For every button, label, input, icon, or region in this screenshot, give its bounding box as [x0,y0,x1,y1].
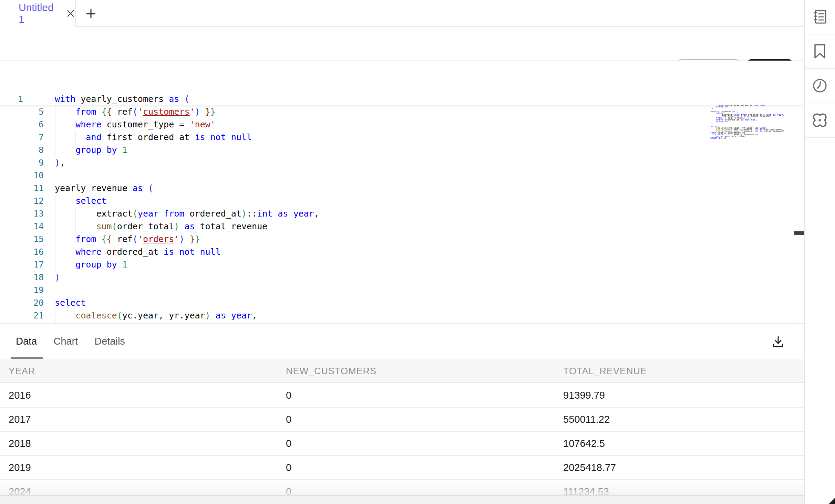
code-line[interactable]: 11yearly_revenue as ( [0,182,804,195]
code-text: select [55,296,86,309]
sidebar-item-notebook[interactable] [805,0,835,34]
tab-title: Untitled 1 [19,2,60,25]
line-number: 19 [0,284,44,296]
window-resize-grip[interactable] [829,498,835,504]
line-number: 11 [0,182,44,195]
code-line[interactable]: 18) [0,271,804,284]
line-number: 10 [0,169,44,182]
code-text: ), [55,156,65,169]
line-number: 14 [0,220,44,233]
column-header[interactable]: TOTAL_REVENUE [563,360,647,382]
line-number: 17 [0,258,44,271]
toolbar: Develop Run [0,27,804,61]
bookmark-icon [813,43,827,59]
code-line[interactable]: 12 select [0,195,804,207]
code-line[interactable]: 13 extract(year from ordered_at)::int as… [0,207,804,220]
indent-guide [55,309,55,324]
tab-untitled-1[interactable]: Untitled 1 [0,0,76,27]
minimap-line: order by 1; [710,137,790,139]
code-line[interactable]: 7 and first_ordered_at is not null [0,131,804,144]
line-number: 15 [0,233,44,245]
sql-ide-window: Untitled 1 Develop Run [0,0,835,504]
table-row[interactable]: 2016091399.79 [0,384,804,408]
results-tab-data[interactable]: Data [16,323,37,359]
sticky-scroll-line: 1 with yearly_customers as ( [0,93,804,105]
table-row[interactable]: 20170550011.22 [0,408,804,432]
code-line[interactable]: 10 [0,169,804,182]
code-line[interactable]: 21 coalesce(yc.year, yr.year) as year, [0,309,804,322]
code-text: group by 1 [55,144,127,156]
column-header[interactable]: YEAR [9,360,35,382]
table-cell: 2016 [9,384,31,407]
new-tab-button[interactable] [84,7,98,21]
sidebar-item-history[interactable] [805,69,835,103]
table-header-row: YEARNEW_CUSTOMERSTOTAL_REVENUE [0,360,804,383]
code-text: coalesce(yc.year, yr.year) as year, [55,309,257,322]
line-number: 8 [0,144,44,156]
code-line[interactable]: 8 group by 1 [0,144,804,156]
table-cell: 2017 [9,408,31,431]
results-tab-details[interactable]: Details [94,323,125,359]
code-line[interactable]: 17 group by 1 [0,258,804,271]
indent-guide [55,195,55,271]
sticky-line-number: 1 [18,93,23,105]
code-text: from {{ ref('customers') }} [55,105,216,118]
line-number: 12 [0,195,44,207]
tab-bar: Untitled 1 [0,0,804,27]
code-line[interactable]: 16 where ordered_at is not null [0,245,804,258]
code-editor[interactable]: 5 from {{ ref('customers') }}6 where cus… [0,61,804,324]
line-number: 18 [0,271,44,284]
line-number: 9 [0,156,44,169]
table-cell: 550011.22 [563,408,610,431]
code-text: yearly_revenue as ( [55,182,153,195]
horizontal-scrollbar-track[interactable] [0,495,804,504]
table-body: 2016091399.7920170550011.2220180107642.5… [0,384,804,504]
column-header[interactable]: NEW_CUSTOMERS [286,360,377,382]
table-cell: 91399.79 [563,384,605,407]
line-number: 16 [0,245,44,258]
split-drag-handle[interactable] [794,231,804,235]
line-number: 20 [0,296,44,309]
sidebar-item-dbt[interactable] [805,103,835,138]
table-cell: 2019 [9,456,31,479]
table-cell: 0 [286,408,291,431]
table-cell: 2025418.77 [563,456,616,479]
code-line[interactable]: 9), [0,156,804,169]
code-text: ) [55,271,60,284]
right-sidebar [804,0,835,504]
line-number: 21 [0,309,44,322]
code-text: where customer_type = 'new' [55,118,216,131]
line-number: 13 [0,207,44,220]
table-row[interactable]: 201902025418.77 [0,456,804,480]
table-cell: 0 [286,456,291,479]
code-text: select [55,195,107,207]
table-cell: 107642.5 [563,432,605,455]
indent-guide [75,207,76,233]
plus-icon [85,8,97,20]
results-tab-chart[interactable]: Chart [53,323,78,359]
code-line[interactable]: 5 from {{ ref('customers') }} [0,105,804,118]
indent-guide [75,131,76,144]
code-line[interactable]: 15 from {{ ref('orders') }} [0,233,804,245]
code-line[interactable]: 14 sum(order_total) as total_revenue [0,220,804,233]
code-line[interactable]: 20select [0,296,804,309]
results-tab-bar: DataChartDetails [0,324,804,359]
notebook-icon [812,9,828,25]
editor-split-divider [794,93,794,324]
close-icon[interactable] [66,9,75,18]
table-cell: 0 [286,432,291,455]
download-icon[interactable] [771,335,785,349]
code-text: group by 1 [55,258,127,271]
code-text: extract(year from ordered_at)::int as ye… [55,207,319,220]
code-line[interactable]: 6 where customer_type = 'new' [0,118,804,131]
code-line[interactable]: 19 [0,284,804,296]
code-text: where ordered_at is not null [55,245,221,258]
code-text: and first_ordered_at is not null [55,131,252,144]
code-text: sum(order_total) as total_revenue [55,220,267,233]
sidebar-item-bookmarks[interactable] [805,34,835,69]
table-cell: 2018 [9,432,31,455]
table-row[interactable]: 20180107642.5 [0,432,804,456]
code-text: from {{ ref('orders') }} [55,233,200,245]
sticky-line-code: with yearly_customers as ( [55,93,189,105]
indent-guide [55,105,55,156]
